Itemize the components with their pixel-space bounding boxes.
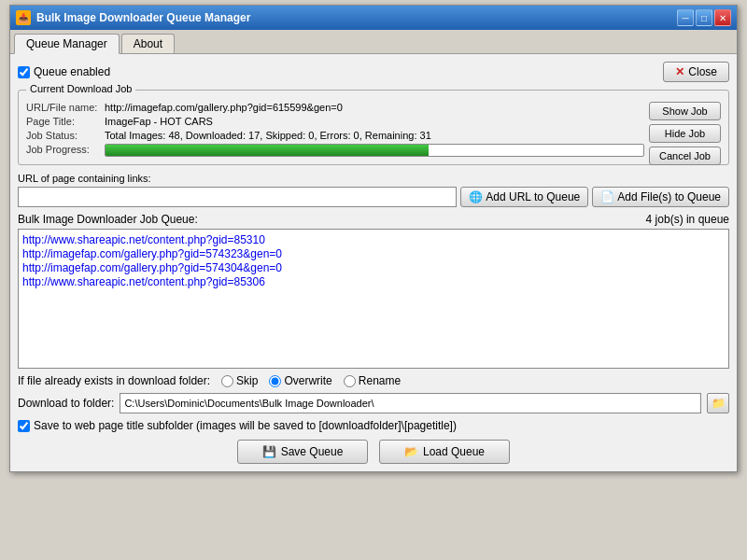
queue-section: Bulk Image Downloader Job Queue: 4 job(s… bbox=[18, 213, 729, 369]
tab-about[interactable]: About bbox=[121, 34, 175, 53]
progress-bar-container bbox=[105, 144, 644, 157]
app-icon: 📥 bbox=[16, 10, 31, 25]
top-row: Queue enabled ✕ Close bbox=[18, 62, 729, 82]
minimize-button[interactable]: ─ bbox=[677, 9, 694, 26]
add-files-button[interactable]: 📄 Add File(s) to Queue bbox=[592, 187, 729, 207]
url-value: http://imagefap.com/gallery.php?gid=6155… bbox=[105, 102, 644, 113]
rename-option[interactable]: Rename bbox=[344, 374, 401, 387]
subfolder-checkbox[interactable] bbox=[18, 420, 30, 432]
list-item[interactable]: http://www.shareapic.net/content.php?gid… bbox=[22, 275, 725, 288]
close-button[interactable]: ✕ Close bbox=[663, 62, 729, 82]
rename-radio[interactable] bbox=[344, 375, 356, 387]
url-section-label: URL of page containing links: bbox=[18, 173, 729, 184]
progress-bar-fill bbox=[106, 145, 429, 156]
url-label: URL/File name: bbox=[26, 102, 101, 113]
main-window: 📥 Bulk Image Downloader Queue Manager ─ … bbox=[9, 5, 738, 472]
skip-radio[interactable] bbox=[221, 375, 233, 387]
queue-enabled-label[interactable]: Queue enabled bbox=[18, 65, 110, 78]
queue-header: Bulk Image Downloader Job Queue: 4 job(s… bbox=[18, 213, 729, 226]
url-section: URL of page containing links: 🌐 Add URL … bbox=[18, 173, 729, 207]
cancel-job-button[interactable]: Cancel Job bbox=[649, 147, 721, 165]
job-status-label: Job Status: bbox=[26, 130, 101, 141]
overwrite-radio[interactable] bbox=[269, 375, 281, 387]
maximize-button[interactable]: □ bbox=[696, 9, 712, 26]
url-input-row: 🌐 Add URL to Queue 📄 Add File(s) to Queu… bbox=[18, 187, 729, 207]
overwrite-option[interactable]: Overwrite bbox=[269, 374, 331, 387]
skip-option[interactable]: Skip bbox=[221, 374, 258, 387]
window-title: Bulk Image Downloader Queue Manager bbox=[36, 11, 250, 24]
folder-row: Download to folder: 📁 bbox=[18, 393, 729, 413]
browse-button[interactable]: 📁 bbox=[707, 393, 729, 413]
folder-input[interactable] bbox=[120, 393, 701, 413]
page-title-label: Page Title: bbox=[26, 116, 101, 127]
list-item[interactable]: http://imagefap.com/gallery.php?gid=5743… bbox=[22, 247, 725, 260]
list-item[interactable]: http://www.shareapic.net/content.php?gid… bbox=[22, 233, 725, 246]
queue-list[interactable]: http://www.shareapic.net/content.php?gid… bbox=[18, 229, 729, 369]
floppy-icon: 💾 bbox=[262, 445, 276, 458]
bottom-buttons: 💾 Save Queue 📂 Load Queue bbox=[18, 440, 729, 464]
job-status-value: Total Images: 48, Downloaded: 17, Skippe… bbox=[105, 130, 644, 141]
job-progress-label: Job Progress: bbox=[26, 144, 101, 157]
job-buttons: Show Job Hide Job Cancel Job bbox=[649, 102, 721, 165]
tab-bar: Queue Manager About bbox=[10, 30, 737, 54]
files-icon: 📄 bbox=[600, 190, 614, 203]
hide-job-button[interactable]: Hide Job bbox=[649, 124, 721, 143]
load-queue-button[interactable]: 📂 Load Queue bbox=[379, 440, 510, 464]
list-item[interactable]: http://imagefap.com/gallery.php?gid=5743… bbox=[22, 261, 725, 274]
window-close-button[interactable]: ✕ bbox=[714, 9, 731, 26]
group-title: Current Download Job bbox=[26, 83, 135, 94]
title-bar: 📥 Bulk Image Downloader Queue Manager ─ … bbox=[10, 6, 737, 30]
folder-label: Download to folder: bbox=[18, 397, 114, 410]
current-download-job-group: Current Download Job URL/File name: http… bbox=[18, 90, 729, 165]
tab-queue-manager[interactable]: Queue Manager bbox=[14, 34, 120, 54]
queue-section-label: Bulk Image Downloader Job Queue: bbox=[18, 213, 198, 226]
job-details-grid: URL/File name: http://imagefap.com/galle… bbox=[26, 102, 644, 157]
subfolder-label: Save to web page title subfolder (images… bbox=[34, 419, 457, 432]
close-icon: ✕ bbox=[675, 65, 684, 78]
load-icon: 📂 bbox=[404, 445, 418, 458]
page-title-value: ImageFap - HOT CARS bbox=[105, 116, 644, 127]
job-count-badge: 4 job(s) in queue bbox=[646, 213, 729, 226]
subfolder-row: Save to web page title subfolder (images… bbox=[18, 419, 729, 432]
title-bar-left: 📥 Bulk Image Downloader Queue Manager bbox=[16, 10, 250, 25]
add-url-button[interactable]: 🌐 Add URL to Queue bbox=[460, 187, 588, 207]
file-options-label: If file already exists in download folde… bbox=[18, 374, 210, 387]
file-options-row: If file already exists in download folde… bbox=[18, 374, 729, 387]
url-input[interactable] bbox=[18, 187, 457, 207]
folder-icon: 📁 bbox=[712, 397, 726, 410]
main-content: Queue enabled ✕ Close Current Download J… bbox=[10, 54, 737, 471]
globe-icon: 🌐 bbox=[469, 190, 483, 203]
save-queue-button[interactable]: 💾 Save Queue bbox=[237, 440, 368, 464]
queue-enabled-checkbox[interactable] bbox=[18, 66, 30, 78]
title-buttons: ─ □ ✕ bbox=[677, 9, 731, 26]
show-job-button[interactable]: Show Job bbox=[649, 102, 721, 120]
